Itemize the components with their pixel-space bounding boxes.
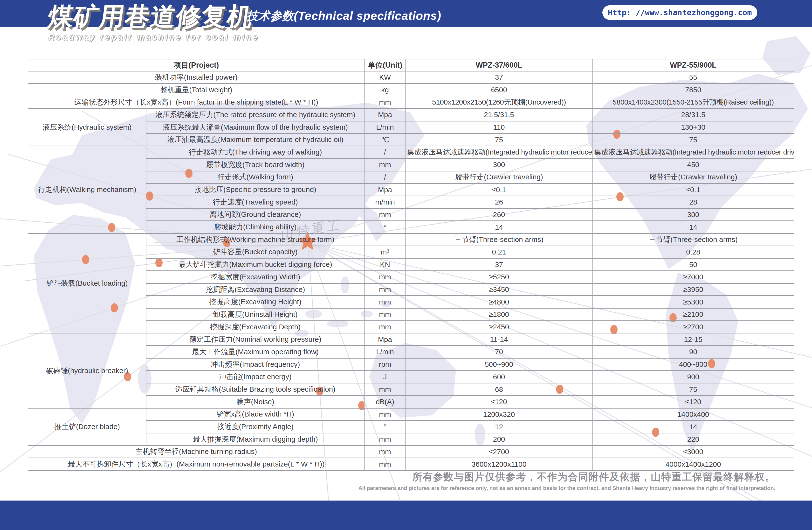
value-cell-wpz55: 50 (593, 259, 794, 271)
unit-cell: Mpa (364, 183, 406, 196)
table-header-row: 项目(Project) 单位(Unit) WPZ-37/600L WPZ-55/… (28, 59, 794, 71)
table-row: 行走机构(Walking mechanism)行走驱动方式(The drivin… (28, 146, 794, 159)
unit-cell: J (364, 371, 406, 383)
column-header-project: 项目(Project) (28, 59, 364, 71)
website-url: Http: //www.shantezhonggong.com (608, 8, 752, 17)
value-cell-wpz37: 200 (406, 433, 593, 446)
project-label-cell: 整机重量(Total weight) (28, 84, 364, 96)
project-item-cell: 履带板宽度(Track board width) (146, 158, 364, 171)
project-item-cell: 液压油最高温度(Maximum temperature of hydraulic… (146, 134, 364, 146)
column-header-model-wpz37: WPZ-37/600L (406, 59, 593, 71)
unit-cell: ℃ (364, 134, 406, 146)
unit-cell: m/min (364, 196, 406, 208)
unit-cell: kg (364, 84, 406, 96)
website-badge: Http: //www.shantezhonggong.com (603, 5, 757, 20)
project-item-cell: 行走驱动方式(The driving way of walking) (146, 146, 364, 159)
value-cell-wpz55: 集成液压马达减速器驱动(Integrated hydraulic motor r… (593, 146, 794, 159)
project-group-cell: 破碎锤(hydraulic breaker) (28, 333, 146, 408)
unit-cell: m³ (364, 246, 406, 259)
table-row: 铲斗装载(Bucket loading)工作机结构形式(Working mach… (28, 233, 794, 246)
unit-cell: Mpa (364, 109, 406, 121)
value-cell-wpz55: 28/31.5 (593, 109, 794, 121)
value-cell-wpz37: 1200x320 (406, 408, 593, 421)
project-label-cell: 运输状态外形尺寸（长x宽x高）(Form factor in the shipp… (28, 96, 364, 109)
value-cell-wpz55: 450 (593, 158, 794, 171)
value-cell-wpz55: 三节臂(Three-section arms) (593, 233, 794, 246)
unit-cell: Mpa (364, 333, 406, 346)
value-cell-wpz55: 12-15 (593, 333, 794, 346)
unit-cell: / (364, 171, 406, 183)
spec-sheet-page: 山特重工 煤矿用巷道修复机 Roadway repair machine for… (0, 0, 812, 530)
project-item-cell: 最大推掘深度(Maximum digging depth) (146, 433, 364, 446)
unit-cell: mm (364, 271, 406, 283)
value-cell-wpz37: 500~900 (406, 358, 593, 371)
unit-cell: L/min (364, 121, 406, 134)
disclaimer: 所有参数与图片仅供参考，不作为合同附件及依据，山特重工保留最终解释权。 All … (358, 470, 775, 491)
value-cell-wpz37: 12 (406, 421, 593, 433)
value-cell-wpz55: 1400x400 (593, 408, 794, 421)
value-cell-wpz37: 260 (406, 208, 593, 221)
value-cell-wpz37: 37 (406, 71, 593, 84)
project-item-cell: 接近度(Proximity Angle) (146, 421, 364, 433)
value-cell-wpz55: 75 (593, 134, 794, 146)
unit-cell: mm (364, 458, 406, 471)
value-cell-wpz37: ≥1800 (406, 308, 593, 321)
value-cell-wpz55: 7850 (593, 84, 794, 96)
project-group-cell: 铲斗装载(Bucket loading) (28, 233, 146, 333)
unit-cell: mm (364, 158, 406, 171)
value-cell-wpz55: ≥7000 (593, 271, 794, 283)
value-cell-wpz55: 4000x1400x1200 (593, 458, 794, 471)
unit-cell: mm (364, 383, 406, 396)
project-item-cell: 冲击能(Impact energy) (146, 371, 364, 383)
value-cell-wpz37: ≤0.1 (406, 183, 593, 196)
value-cell-wpz55: 5800x1400x2300(1550-2155升顶棚(Raised ceili… (593, 96, 794, 109)
value-cell-wpz37: 110 (406, 121, 593, 134)
value-cell-wpz55: ≤120 (593, 395, 794, 408)
value-cell-wpz37: 5100x1200x2150(1260无顶棚(Uncovered)) (406, 96, 593, 109)
value-cell-wpz55: 900 (593, 371, 794, 383)
unit-cell: mm (364, 308, 406, 321)
unit-cell: ° (364, 221, 406, 234)
value-cell-wpz55: 130+30 (593, 121, 794, 134)
value-cell-wpz55: ≥3950 (593, 283, 794, 296)
unit-cell: mm (364, 321, 406, 333)
unit-cell: ° (364, 421, 406, 433)
project-item-cell: 挖掘深度(Excavating Depth) (146, 321, 364, 333)
project-group-cell: 推土铲(Dozer blade) (28, 408, 146, 446)
unit-cell: mm (364, 283, 406, 296)
value-cell-wpz37: 11-14 (406, 333, 593, 346)
value-cell-wpz37: 26 (406, 196, 593, 208)
table-row: 整机重量(Total weight)kg65007850 (28, 84, 794, 96)
value-cell-wpz37: 300 (406, 158, 593, 171)
spec-table: 项目(Project) 单位(Unit) WPZ-37/600L WPZ-55/… (28, 59, 794, 471)
table-row: 破碎锤(hydraulic breaker)额定工作压力(Nominal wor… (28, 333, 794, 346)
value-cell-wpz37: 75 (406, 134, 593, 146)
project-item-cell: 挖掘高度(Excavating Height) (146, 296, 364, 308)
project-item-cell: 额定工作压力(Nominal working pressure) (146, 333, 364, 346)
column-header-unit: 单位(Unit) (364, 59, 406, 71)
project-group-cell: 液压系统(Hydraulic system) (28, 109, 146, 146)
logo-title: 煤矿用巷道修复机 (46, 4, 261, 29)
unit-cell: rpm (364, 358, 406, 371)
project-label-cell: 最大不可拆卸件尺寸（长x宽x高）(Maximum non-removable p… (28, 458, 364, 471)
value-cell-wpz37: 68 (406, 383, 593, 396)
logo: 煤矿用巷道修复机 Roadway repair machine for coal… (48, 4, 259, 42)
disclaimer-zh: 所有参数与图片仅供参考，不作为合同附件及依据，山特重工保留最终解释权。 (358, 470, 775, 484)
value-cell-wpz55: 履带行走(Crawler traveling) (593, 171, 794, 183)
value-cell-wpz55: ≤3000 (593, 446, 794, 458)
unit-cell: mm (364, 96, 406, 109)
value-cell-wpz55: 55 (593, 71, 794, 84)
value-cell-wpz37: 37 (406, 259, 593, 271)
project-label-cell: 装机功率(Installed power) (28, 71, 364, 84)
value-cell-wpz55: 28 (593, 196, 794, 208)
project-item-cell: 爬坡能力(Climbing ability) (146, 221, 364, 234)
table-row: 主机转弯半径(Machine turning radius)mm≤2700≤30… (28, 446, 794, 458)
value-cell-wpz37: ≤2700 (406, 446, 593, 458)
project-group-cell: 行走机构(Walking mechanism) (28, 146, 146, 234)
value-cell-wpz55: 300 (593, 208, 794, 221)
value-cell-wpz55: ≥2700 (593, 321, 794, 333)
value-cell-wpz55: 90 (593, 346, 794, 358)
unit-cell: mm (364, 433, 406, 446)
project-item-cell: 液压系统额定压力(The rated pressure of the hydra… (146, 109, 364, 121)
unit-cell: mm (364, 296, 406, 308)
